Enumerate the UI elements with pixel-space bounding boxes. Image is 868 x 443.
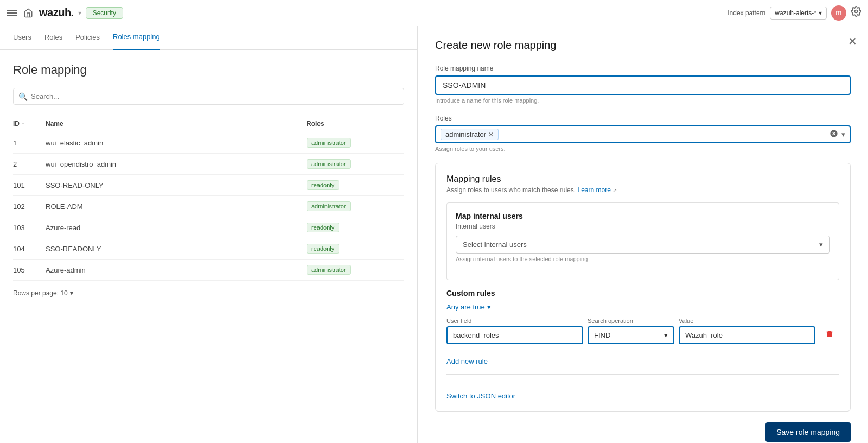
roles-select[interactable]: administrator ✕ ▾ [435, 125, 851, 143]
search-operation-select[interactable]: FIND ▾ [588, 326, 674, 344]
search-container: 🔍 [13, 88, 404, 105]
search-op-chevron-icon: ▾ [664, 331, 668, 339]
roles-hint: Assign roles to your users. [435, 145, 851, 152]
clear-roles-icon[interactable] [829, 129, 838, 140]
role-mapping-name-section: Role mapping name Introduce a name for t… [435, 65, 851, 104]
index-pattern-label: Index pattern [727, 9, 765, 17]
role-mapping-table: ID ↑ Name Roles 1 wui_elastic_admin admi… [13, 116, 404, 281]
table-row: 101 SSO-READ-ONLY readonly [13, 175, 404, 196]
role-mapping-name-label: Role mapping name [435, 65, 851, 72]
left-panel: Users Roles Policies Roles mapping Role … [0, 26, 418, 443]
col-id[interactable]: ID ↑ [13, 120, 46, 128]
col-name[interactable]: Name [46, 120, 307, 128]
any-are-true-chevron: ▾ [487, 303, 491, 311]
any-are-true-button[interactable]: Any are true ▾ [446, 303, 491, 311]
table-header: ID ↑ Name Roles [13, 116, 404, 132]
roles-chevron-icon[interactable]: ▾ [841, 130, 845, 138]
map-internal-users-title: Map internal users [456, 212, 830, 220]
logo: wazuh. [39, 7, 74, 19]
learn-more-link[interactable]: Learn more [577, 186, 610, 194]
internal-users-hint: Assign internal users to the selected ro… [456, 256, 830, 262]
rows-per-page: Rows per page: 10 ▾ [13, 289, 404, 297]
top-nav: wazuh. ▾ Security Index pattern wazuh-al… [0, 0, 868, 26]
delete-rule-button[interactable] [820, 329, 839, 341]
table-row: 105 Azure-admin administrator [13, 260, 404, 281]
internal-users-subtitle: Internal users [456, 223, 830, 230]
table-row: 102 ROLE-ADM administrator [13, 196, 404, 217]
table-row: 1 wui_elastic_admin administrator [13, 132, 404, 154]
table-row: 2 wui_opendistro_admin administrator [13, 154, 404, 175]
switch-to-json-link[interactable]: Switch to JSON editor [446, 392, 515, 400]
home-icon[interactable] [22, 7, 35, 20]
internal-users-select[interactable]: Select internal users ▾ [456, 236, 830, 254]
security-badge: Security [86, 7, 123, 19]
tab-policies[interactable]: Policies [75, 26, 100, 50]
rule-labels: User field Search operation Value [446, 318, 839, 324]
custom-rules-title: Custom rules [446, 289, 839, 298]
tab-users[interactable]: Users [13, 26, 31, 50]
value-input[interactable] [679, 326, 815, 344]
right-panel: ✕ Create new role mapping Role mapping n… [418, 26, 868, 443]
sort-arrow-id: ↑ [22, 121, 24, 127]
close-button[interactable]: ✕ [848, 35, 857, 48]
table-row: 104 SSO-READONLY readonly [13, 238, 404, 260]
internal-users-chevron-icon: ▾ [819, 241, 823, 249]
mapping-rules-card: Mapping rules Assign roles to users who … [435, 163, 851, 412]
role-tag-close-icon[interactable]: ✕ [488, 131, 494, 138]
user-field-input[interactable] [446, 326, 583, 344]
avatar[interactable]: m [831, 5, 846, 21]
custom-rules-section: Custom rules Any are true ▾ User field S… [446, 289, 839, 365]
rows-per-page-chevron[interactable]: ▾ [70, 289, 73, 297]
svg-point-0 [855, 10, 858, 13]
mapping-rules-desc: Assign roles to users who match these ru… [446, 186, 839, 194]
external-link-icon: ↗ [612, 187, 617, 193]
table-row: 103 Azure-read readonly [13, 217, 404, 238]
settings-icon[interactable] [851, 6, 861, 20]
roles-label: Roles [435, 115, 851, 122]
hamburger-menu[interactable] [7, 8, 17, 18]
save-role-mapping-button[interactable]: Save role mapping [765, 422, 851, 442]
index-pattern-select[interactable]: wazuh-alerts-* ▾ [770, 7, 827, 20]
role-mapping-content: Role mapping 🔍 ID ↑ Name Roles [0, 50, 417, 443]
search-icon: 🔍 [18, 92, 28, 101]
nav-chevron-icon[interactable]: ▾ [78, 9, 81, 17]
panel-title: Create new role mapping [435, 39, 851, 52]
map-internal-users-section: Map internal users Internal users Select… [446, 202, 839, 280]
chevron-down-icon: ▾ [819, 9, 822, 17]
role-mapping-name-hint: Introduce a name for this role mapping. [435, 97, 851, 104]
save-btn-container: Save role mapping [435, 422, 851, 442]
add-new-rule-button[interactable]: Add new rule [446, 357, 488, 365]
col-roles[interactable]: Roles [307, 120, 404, 128]
sub-nav: Users Roles Policies Roles mapping [0, 26, 417, 50]
custom-rule-row: FIND ▾ [446, 326, 839, 344]
tab-roles-mapping[interactable]: Roles mapping [113, 26, 160, 50]
main-layout: Users Roles Policies Roles mapping Role … [0, 26, 868, 443]
page-title: Role mapping [13, 63, 404, 77]
mapping-rules-title: Mapping rules [446, 174, 839, 184]
role-mapping-name-input[interactable] [435, 75, 851, 95]
role-tag-administrator: administrator ✕ [441, 129, 499, 140]
roles-section: Roles administrator ✕ ▾ Assign roles to … [435, 115, 851, 152]
tab-roles[interactable]: Roles [44, 26, 62, 50]
search-input[interactable] [13, 88, 404, 105]
internal-users-placeholder: Select internal users [463, 241, 527, 249]
